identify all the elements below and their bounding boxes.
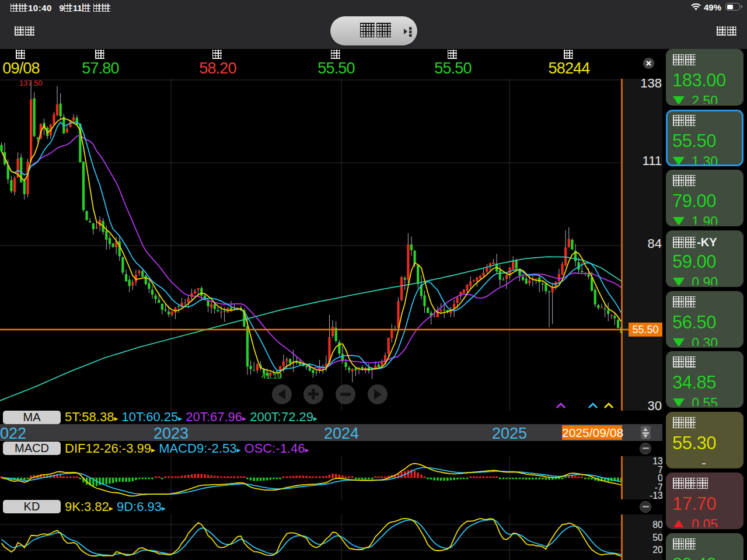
svg-text:50: 50	[652, 533, 663, 542]
svg-text:55.50: 55.50	[632, 324, 658, 335]
svg-text:20: 20	[652, 545, 663, 555]
svg-text:84: 84	[648, 236, 662, 251]
svg-text:111: 111	[643, 153, 662, 168]
svg-text:138: 138	[640, 79, 662, 90]
svg-text:41.10: 41.10	[261, 371, 282, 380]
svg-text:80: 80	[652, 520, 663, 530]
svg-text:30: 30	[648, 398, 662, 411]
svg-text:-13: -13	[650, 491, 663, 499]
svg-text:137.50: 137.50	[19, 79, 43, 88]
